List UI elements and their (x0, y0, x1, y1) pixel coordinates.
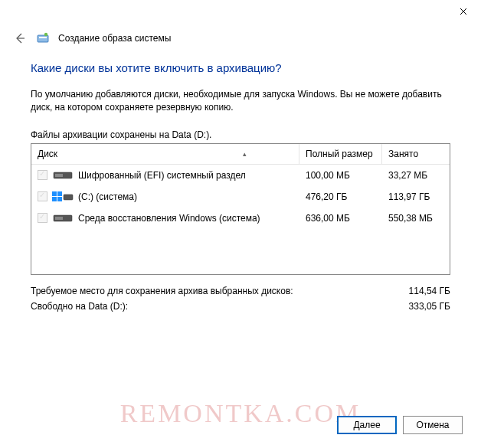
row-checkbox (38, 191, 47, 201)
free-space-label: Свободно на Data (D:): (31, 301, 128, 312)
drive-icon (52, 191, 74, 202)
app-icon (37, 32, 49, 44)
disk-name: Среда восстановления Windows (система) (78, 213, 260, 224)
close-button[interactable] (446, 0, 481, 23)
svg-point-2 (44, 33, 47, 36)
disk-size: 100,00 МБ (306, 170, 388, 181)
disk-used: 33,27 МБ (388, 170, 443, 181)
svg-rect-1 (39, 37, 47, 38)
page-heading: Какие диски вы хотите включить в архивац… (31, 61, 450, 74)
row-checkbox (38, 170, 47, 180)
column-header-used[interactable]: Занято (382, 144, 450, 164)
back-arrow-icon (14, 32, 26, 44)
svg-rect-5 (52, 191, 57, 196)
table-row[interactable]: (C:) (система)476,20 ГБ113,97 ГБ (31, 186, 450, 208)
disk-name: (C:) (система) (78, 191, 137, 202)
table-row[interactable]: Шифрованный (EFI) системный раздел100,00… (31, 165, 450, 186)
sort-indicator-icon: ▴ (243, 150, 247, 158)
svg-rect-9 (64, 195, 73, 200)
svg-rect-7 (52, 197, 57, 201)
svg-rect-11 (55, 217, 63, 220)
free-space-value: 333,05 ГБ (409, 301, 450, 312)
storage-location-label: Файлы архивации сохранены на Data (D:). (31, 129, 450, 140)
drive-icon (52, 213, 74, 224)
grid-header: Диск ▴ Полный размер Занято (31, 144, 450, 165)
disk-used: 550,38 МБ (388, 213, 443, 224)
disk-size: 476,20 ГБ (306, 191, 388, 202)
footer-buttons: Далее Отмена (337, 416, 463, 434)
cancel-button[interactable]: Отмена (403, 416, 463, 434)
svg-rect-0 (38, 35, 48, 42)
window-title: Создание образа системы (58, 33, 171, 44)
svg-rect-4 (55, 174, 63, 177)
disk-size: 636,00 МБ (306, 213, 388, 224)
row-checkbox (38, 213, 47, 223)
titlebar (0, 0, 481, 25)
grid-body: Шифрованный (EFI) системный раздел100,00… (31, 165, 450, 229)
description-text: По умолчанию добавляются диски, необходи… (31, 88, 450, 114)
watermark: REMONTKA.COM (120, 399, 362, 428)
close-icon (460, 8, 467, 15)
svg-rect-6 (57, 191, 62, 196)
disk-grid: Диск ▴ Полный размер Занято Шифрованный … (31, 143, 450, 275)
drive-icon (52, 170, 74, 181)
table-row[interactable]: Среда восстановления Windows (система)63… (31, 208, 450, 229)
required-space-value: 114,54 ГБ (409, 286, 450, 296)
required-space-label: Требуемое место для сохранения архива вы… (31, 286, 293, 296)
disk-name: Шифрованный (EFI) системный раздел (78, 170, 246, 181)
disk-used: 113,97 ГБ (388, 191, 443, 202)
header-row: Создание образа системы (0, 25, 481, 46)
column-header-size[interactable]: Полный размер (299, 144, 382, 164)
back-button[interactable] (12, 31, 28, 46)
column-header-disk[interactable]: Диск ▴ (31, 144, 299, 164)
svg-rect-8 (57, 197, 62, 201)
next-button[interactable]: Далее (337, 416, 397, 434)
summary: Требуемое место для сохранения архива вы… (31, 286, 450, 312)
content: Какие диски вы хотите включить в архивац… (0, 46, 481, 312)
